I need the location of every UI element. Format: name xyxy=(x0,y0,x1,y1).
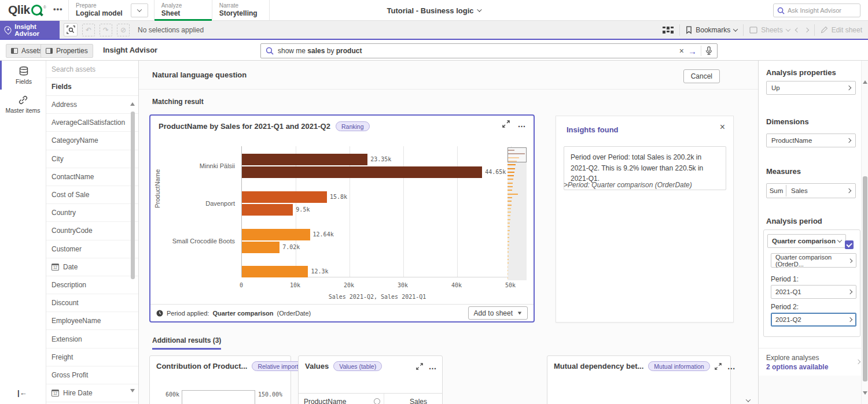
calendar-icon: 12 xyxy=(52,264,59,270)
period2-selector[interactable]: 2021-Q2 xyxy=(771,313,856,327)
edit-sheet-button[interactable]: Edit sheet xyxy=(821,26,862,34)
previous-sheet-button[interactable] xyxy=(796,28,799,32)
insight-advisor-button[interactable]: Insight Advisor xyxy=(0,21,60,39)
nl-query-text[interactable]: show me sales by product xyxy=(278,47,675,55)
measure-aggregation[interactable]: Sum xyxy=(767,185,786,197)
bar-Sales 2021-Q1[interactable] xyxy=(242,204,293,216)
window-scrollbar[interactable] xyxy=(861,61,868,404)
card-more-menu-icon[interactable]: … xyxy=(429,364,438,369)
tab-prepare[interactable]: Prepare Logical model xyxy=(68,0,130,21)
cancel-button[interactable]: Cancel xyxy=(683,69,720,83)
prepare-dropdown-button[interactable] xyxy=(131,3,148,17)
field-item[interactable]: City xyxy=(46,150,138,168)
field-item[interactable]: Freight xyxy=(46,349,138,366)
collapse-panel-icon[interactable]: |← xyxy=(17,388,27,397)
smart-search-button[interactable] xyxy=(64,23,78,36)
period-field-selector[interactable]: Quarter comparison (OrderD... xyxy=(771,253,856,268)
bar-Sales 2021-Q1[interactable] xyxy=(242,242,279,253)
field-item[interactable]: AverageCallSatisfaction xyxy=(46,114,138,132)
table-column-productname[interactable]: ProductName xyxy=(299,394,384,404)
scrollbar-thumb[interactable] xyxy=(131,112,135,279)
field-item[interactable]: Address xyxy=(46,96,138,114)
minimap-viewport[interactable] xyxy=(507,147,527,162)
scroll-up-icon[interactable] xyxy=(130,102,135,106)
field-item[interactable]: Country xyxy=(46,204,138,222)
sort-order-selector[interactable]: Up xyxy=(766,81,856,95)
table-column-sales[interactable]: Sales xyxy=(384,394,442,404)
field-item[interactable]: Cost of Sale xyxy=(46,186,138,204)
rail-item-master-items[interactable]: Master items xyxy=(0,90,46,118)
ask-insight-advisor-input[interactable] xyxy=(788,7,851,14)
microphone-icon[interactable] xyxy=(705,46,712,55)
scroll-down-icon[interactable] xyxy=(863,391,867,395)
next-sheet-button[interactable] xyxy=(805,28,808,32)
field-item[interactable]: Customer xyxy=(46,240,138,258)
submit-query-icon[interactable]: → xyxy=(688,47,697,55)
properties-panel-toggle[interactable]: Properties xyxy=(41,44,93,58)
dimension-productname[interactable]: ProductName xyxy=(766,134,856,147)
field-item[interactable]: Discount xyxy=(46,294,138,312)
assets-scrollbar[interactable] xyxy=(130,99,135,395)
category-label[interactable]: Small Crocodile Boots xyxy=(172,238,235,244)
bar-Sales 2021-Q2[interactable] xyxy=(242,191,327,203)
category-label[interactable]: Davenport xyxy=(205,200,235,207)
global-more-menu[interactable]: ••• xyxy=(53,5,63,13)
nl-query-bar[interactable]: show me sales by product × → xyxy=(260,43,718,58)
result-card-values-table[interactable]: Values Values (table) … ProductName Sale… xyxy=(298,355,443,404)
step-forward-button[interactable]: ↷ xyxy=(100,24,112,36)
field-item[interactable]: 12Hire Date xyxy=(46,384,138,402)
result-card-contribution[interactable]: Contribution of Product... Relative impo… xyxy=(149,355,291,404)
field-item[interactable]: ContactName xyxy=(46,168,138,186)
minimap-bar xyxy=(507,212,511,213)
period-enabled-checkbox[interactable] xyxy=(845,240,854,249)
expand-icon[interactable] xyxy=(416,363,423,370)
bar-Sales 2021-Q2[interactable] xyxy=(242,154,367,165)
tab-narrate[interactable]: Narrate Storytelling xyxy=(212,0,270,21)
field-item[interactable]: CategoryName xyxy=(46,132,138,150)
period1-selector[interactable]: 2021-Q1 xyxy=(771,285,856,299)
bookmarks-button[interactable]: Bookmarks xyxy=(686,26,737,34)
measure-sales[interactable]: Sum Sales xyxy=(766,183,856,198)
add-to-sheet-button[interactable]: Add to sheet xyxy=(468,306,528,320)
search-assets-box[interactable] xyxy=(46,61,138,78)
scroll-down-icon[interactable] xyxy=(130,389,135,392)
column-search-icon[interactable] xyxy=(374,398,380,404)
additional-results-tab[interactable]: Additional results (3) xyxy=(152,336,221,350)
app-title-selector[interactable]: Tutorial - Business logic xyxy=(387,0,481,21)
field-label: ContactName xyxy=(52,173,94,181)
ask-insight-advisor-search[interactable] xyxy=(773,3,860,17)
expand-icon[interactable] xyxy=(715,363,722,370)
field-item[interactable]: EmployeeName xyxy=(46,312,138,330)
matching-result-chart-card[interactable]: ProductName by Sales for 2021-Q1 and 202… xyxy=(149,114,535,323)
field-item[interactable]: CountryCode xyxy=(46,222,138,240)
explore-analyses-button[interactable]: Explore analyses 2 options available xyxy=(759,348,868,378)
search-assets-input[interactable] xyxy=(52,65,127,73)
field-item[interactable]: 12Date xyxy=(46,258,138,276)
bar-Sales 2021-Q2[interactable] xyxy=(242,229,310,240)
chart-more-menu-icon[interactable]: … xyxy=(518,121,527,127)
result-card-mutual-dependency[interactable]: Mutual dependency bet... Mutual informat… xyxy=(547,355,731,404)
clear-selections-button[interactable]: ⊘ xyxy=(117,24,130,36)
field-item[interactable]: Gross Profit xyxy=(46,366,138,384)
chart-suggestions-icon[interactable] xyxy=(663,27,674,34)
category-label[interactable]: Minnki Pälsii xyxy=(200,162,235,169)
scrollbar-thumb[interactable] xyxy=(863,176,867,381)
tab-analyze[interactable]: Analyze Sheet xyxy=(154,0,212,21)
expand-icon[interactable] xyxy=(502,120,510,128)
assets-panel: Fields AddressAverageCallSatisfactionCat… xyxy=(46,61,139,404)
period-type-dropdown[interactable]: Quarter comparison xyxy=(767,234,846,248)
chart-minimap-scroll[interactable] xyxy=(507,147,527,280)
bar-Sales 2021-Q1[interactable] xyxy=(242,166,482,178)
qlik-logo[interactable]: Qlik ® xyxy=(8,3,46,17)
clear-query-icon[interactable]: × xyxy=(679,47,684,55)
sheets-button[interactable]: Sheets xyxy=(749,26,789,34)
step-back-button[interactable]: ↶ xyxy=(82,24,95,36)
card-more-menu-icon[interactable]: … xyxy=(727,364,737,369)
scroll-up-icon[interactable] xyxy=(863,80,867,84)
bar-Sales 2021-Q2[interactable] xyxy=(242,266,308,277)
close-icon[interactable]: × xyxy=(720,122,725,132)
field-item[interactable]: Description xyxy=(46,276,138,294)
scroll-down-indicator[interactable] xyxy=(746,394,750,404)
field-item[interactable]: Extension xyxy=(46,330,138,348)
rail-item-fields[interactable]: Fields xyxy=(0,61,46,90)
